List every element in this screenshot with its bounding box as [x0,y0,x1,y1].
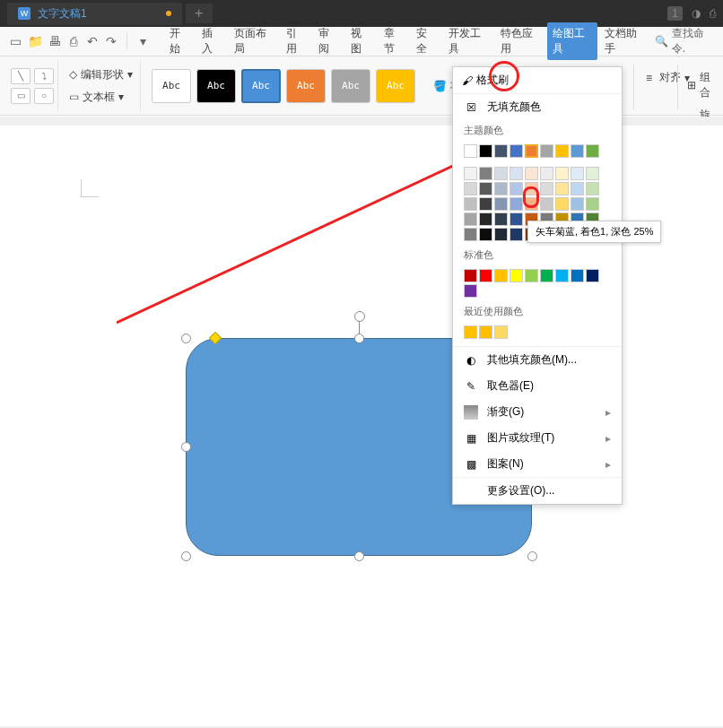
color-swatch[interactable] [479,197,492,211]
color-swatch[interactable] [464,284,477,298]
color-swatch[interactable] [586,182,599,195]
color-swatch[interactable] [586,167,599,180]
color-swatch[interactable] [479,182,492,195]
color-swatch[interactable] [571,269,584,282]
oval-tool-icon[interactable]: ○ [34,88,54,104]
color-swatch[interactable] [586,269,599,282]
menu-special[interactable]: 特色应用 [495,22,545,60]
color-swatch[interactable] [555,167,569,180]
color-swatch[interactable] [525,182,538,195]
format-painter-button[interactable]: 🖌格式刷 [453,67,518,93]
style-preset-5[interactable]: Abc [331,69,370,103]
color-swatch[interactable] [510,144,523,158]
menu-view[interactable]: 视图 [345,22,376,60]
no-fill-item[interactable]: ☒ 无填充颜色 [453,94,622,120]
text-box-button[interactable]: ▭文本框▾ [65,88,136,107]
color-swatch[interactable] [479,212,492,226]
color-swatch[interactable] [464,325,477,339]
resize-handle-tl[interactable] [181,334,191,343]
document-tab[interactable]: W 文字文稿1 [7,3,182,25]
color-swatch[interactable] [494,212,508,226]
color-swatch[interactable] [540,197,553,211]
more-colors-item[interactable]: ◐其他填充颜色(M)... [453,347,622,373]
color-swatch[interactable] [464,167,477,180]
color-swatch[interactable] [494,197,508,211]
resize-handle-ml[interactable] [181,442,191,452]
undo-icon[interactable]: ↶ [85,34,99,48]
color-swatch[interactable] [555,144,569,158]
color-swatch[interactable] [571,167,584,180]
color-swatch[interactable] [525,197,538,211]
redo-icon[interactable]: ↷ [104,34,118,48]
rect-tool-icon[interactable]: ▭ [11,88,30,104]
style-preset-1[interactable]: Abc [152,69,191,103]
color-swatch[interactable] [464,228,477,241]
color-swatch[interactable] [479,269,492,282]
color-swatch[interactable] [510,167,523,180]
color-swatch[interactable] [555,182,569,195]
resize-handle-bl[interactable] [181,551,191,561]
open-file-icon[interactable]: 📁 [28,34,42,48]
color-swatch[interactable] [494,325,508,339]
color-swatch[interactable] [540,182,553,195]
color-swatch[interactable] [479,325,492,339]
color-swatch[interactable] [510,212,523,226]
menu-home[interactable]: 开始 [164,22,195,60]
color-swatch[interactable] [586,197,599,211]
color-swatch[interactable] [464,269,477,282]
pattern-item[interactable]: ▩图案(N)▸ [453,451,622,477]
color-swatch[interactable] [510,197,523,211]
color-swatch[interactable] [525,269,538,282]
color-swatch[interactable] [479,228,492,241]
print-preview-icon[interactable]: ⎙ [66,34,80,48]
menu-insert[interactable]: 插入 [196,22,227,60]
rotation-handle[interactable] [354,311,365,322]
resize-handle-bc[interactable] [354,551,364,561]
search-box[interactable]: 🔍 查找命令. [655,26,714,56]
color-swatch[interactable] [571,144,584,158]
menu-dev[interactable]: 开发工具 [443,22,493,60]
resize-handle-tc[interactable] [354,334,364,343]
color-swatch[interactable] [510,269,523,282]
color-swatch[interactable] [510,182,523,195]
color-swatch[interactable] [479,167,492,180]
menu-drawing-tools[interactable]: 绘图工具 [547,22,597,60]
color-swatch[interactable] [571,197,584,211]
edit-shape-button[interactable]: ◇编辑形状▾ [65,65,136,84]
menu-security[interactable]: 安全 [411,22,441,60]
menu-doc-helper[interactable]: 文档助手 [599,22,649,60]
color-swatch[interactable] [540,167,553,180]
new-file-icon[interactable]: ▭ [9,34,22,48]
color-swatch[interactable] [510,228,523,241]
color-swatch[interactable] [571,182,584,195]
color-swatch[interactable] [494,269,508,282]
print-icon[interactable]: 🖶 [48,34,61,48]
color-swatch[interactable] [555,197,569,211]
style-preset-3[interactable]: Abc [241,69,281,103]
menu-layout[interactable]: 页面布局 [229,22,279,60]
resize-handle-br[interactable] [527,551,537,561]
group-button[interactable]: ⊞组合 [684,68,723,102]
color-swatch[interactable] [464,212,477,226]
color-swatch[interactable] [464,144,477,158]
line-tool-icon[interactable]: ╲ [11,68,30,84]
color-swatch[interactable] [494,228,508,241]
menu-review[interactable]: 审阅 [313,22,344,60]
connector-tool-icon[interactable]: ⤵ [34,68,54,84]
color-swatch[interactable] [540,269,553,282]
color-swatch[interactable] [494,167,508,180]
shirt-icon[interactable]: ⎙ [710,7,716,20]
color-swatch[interactable] [555,269,569,282]
color-swatch[interactable] [525,167,538,180]
menu-sections[interactable]: 章节 [379,22,409,60]
eyedropper-item[interactable]: ✎取色器(E) [453,373,622,399]
color-swatch[interactable] [494,182,508,195]
style-preset-4[interactable]: Abc [286,69,326,103]
new-tab-button[interactable]: + [186,4,213,23]
color-swatch[interactable] [494,144,508,158]
color-swatch[interactable] [586,144,599,158]
color-swatch[interactable] [479,144,492,158]
style-preset-6[interactable]: Abc [376,69,415,103]
color-swatch[interactable] [464,182,477,195]
gradient-item[interactable]: 渐变(G)▸ [453,399,622,425]
